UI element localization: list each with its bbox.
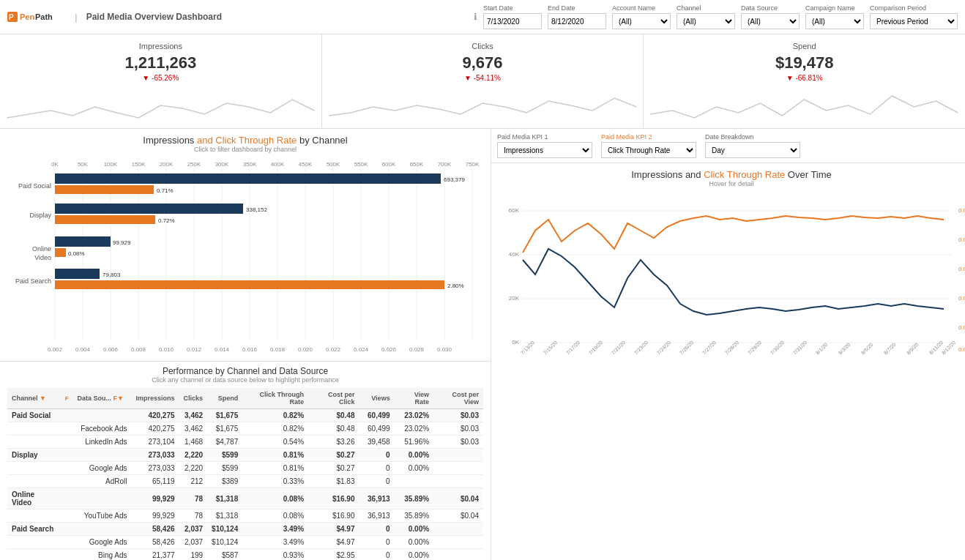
logo: P Pen Path | Paid Media Overview Dashboa… [7,10,222,23]
table-row[interactable]: Facebook Ads420,2753,462$1,6750.82%$0.48… [7,422,483,436]
svg-text:0.010: 0.010 [159,346,174,353]
svg-text:500K: 500K [327,161,340,168]
svg-text:693,379: 693,379 [444,176,465,183]
svg-text:8/5/20: 8/5/20 [860,342,874,356]
table-row[interactable]: Google Ads273,0332,220$5990.81%$0.2700.0… [7,462,483,475]
info-icon[interactable]: ℹ [474,12,477,22]
col-cpv[interactable]: Cost per View [433,388,483,409]
col-clicks[interactable]: Clicks [179,388,208,409]
svg-text:8/3/20: 8/3/20 [838,342,852,356]
kpi-clicks-chart [328,85,638,125]
data-source-filter: Data Source (All) [741,4,800,29]
table-row[interactable]: YouTube Ads99,92978$1,3180.08%$16.9036,9… [7,509,483,523]
svg-text:150K: 150K [132,161,146,168]
channel-select[interactable]: (All) [677,13,735,29]
svg-text:300K: 300K [215,161,229,168]
svg-text:0.008: 0.008 [131,346,146,353]
table-row[interactable]: Bing Ads21,377199$5870.93%$2.9500.00% [7,549,483,561]
svg-text:7/29/20: 7/29/20 [747,340,763,356]
svg-text:Video: Video [34,254,51,261]
svg-text:Display: Display [29,212,51,219]
svg-text:600K: 600K [382,161,396,168]
col-datasource[interactable]: Data Sou... F▼ [73,388,132,409]
bar-chart[interactable]: 0K 50K 100K 150K 200K 250K 300K 350K 400… [7,157,483,355]
table-header-row: Channel ▼ F Data Sou... F▼ Impressions C… [7,388,483,409]
channel-label: Channel [677,4,735,12]
col-views[interactable]: Views [359,388,394,409]
main: Impressions and Click Through Rate by Ch… [0,129,965,560]
kpi2-label: Paid Media KPI 2 [601,133,696,141]
table-row[interactable]: AdRoll65,119212$3890.33%$1.830 [7,475,483,488]
col-filter[interactable]: F [61,388,73,409]
left-panel: Impressions and Click Through Rate by Ch… [0,129,491,560]
svg-text:7/27/20: 7/27/20 [701,340,718,356]
svg-text:50K: 50K [78,161,89,168]
channel-filter: Channel (All) [677,4,735,29]
col-channel[interactable]: Channel ▼ [7,388,61,409]
col-ctr[interactable]: Click Through Rate [242,388,308,409]
svg-text:7/28/20: 7/28/20 [724,340,740,356]
svg-text:0.72%: 0.72% [158,217,175,224]
comparison-period-select[interactable]: Previous Period [870,13,958,29]
logo-divider: | [75,12,78,23]
end-date-label: End Date [548,4,606,12]
kpi1-select[interactable]: Impressions [497,142,592,158]
svg-text:100K: 100K [104,161,118,168]
bar-online-video-impressions[interactable] [55,236,111,247]
col-impressions[interactable]: Impressions [132,388,179,409]
date-breakdown-select[interactable]: Day [705,142,800,158]
svg-text:2.80%: 2.80% [447,283,464,289]
table-row[interactable]: LinkedIn Ads273,1041,468$4,7870.54%$3.26… [7,436,483,449]
svg-text:8/12/20: 8/12/20 [941,340,957,356]
table-row[interactable]: Google Ads58,4262,037$10,1243.49%$4.9700… [7,536,483,549]
svg-text:0.014: 0.014 [215,346,230,353]
table-subtitle: Click any channel or data source below t… [7,376,483,384]
kpi-clicks-title: Clicks [328,42,638,51]
col-spend[interactable]: Spend [207,388,242,409]
svg-text:0.016: 0.016 [242,346,258,353]
bar-paid-social-impressions[interactable] [55,173,441,184]
table-row[interactable]: Online Video99,92978$1,3180.08%$16.9036,… [7,488,483,509]
col-cpc[interactable]: Cost per Click [308,388,359,409]
kpi-selectors: Paid Media KPI 1 Impressions Paid Media … [491,129,965,163]
svg-text:0.004: 0.004 [75,346,91,353]
bar-paid-search-ctr[interactable] [55,280,444,289]
svg-text:7/31/20: 7/31/20 [792,340,808,356]
svg-text:0.71%: 0.71% [157,187,174,194]
end-date-input[interactable] [548,13,606,29]
bar-display-impressions[interactable] [55,204,243,214]
data-source-label: Data Source [741,4,800,12]
start-date-input[interactable] [483,13,542,29]
account-name-select[interactable]: (All) [612,13,671,29]
table-row[interactable]: Display273,0332,220$5990.81%$0.2700.00% [7,449,483,462]
svg-text:8/1/20: 8/1/20 [815,342,829,356]
kpi-impressions-change: -65.26% [6,74,316,82]
svg-text:79,803: 79,803 [103,272,121,278]
bar-paid-search-impressions[interactable] [55,269,100,279]
bar-display-ctr[interactable] [55,215,155,224]
comparison-period-filter: Comparison Period Previous Period [870,4,958,29]
campaign-name-select[interactable]: (All) [805,13,864,29]
kpi-spend-value: $19,478 [649,53,959,72]
bar-paid-social-ctr[interactable] [55,185,154,194]
data-source-select[interactable]: (All) [741,13,800,29]
table-row[interactable]: Paid Social420,2753,462$1,6750.82%$0.486… [7,409,483,422]
kpi-spend-change: -66.81% [649,74,959,82]
col-view-rate[interactable]: View Rate [395,388,433,409]
svg-text:20K: 20K [509,295,520,302]
svg-text:250K: 250K [187,161,201,168]
svg-text:0.006: 0.006 [958,266,965,272]
svg-text:40K: 40K [509,251,520,258]
svg-text:8/9/20: 8/9/20 [906,342,920,356]
svg-text:0.002: 0.002 [958,324,965,331]
line-chart: 60K 40K 20K 0K 0.010 0.008 0.006 0.004 0… [497,190,965,388]
table-row[interactable]: Paid Search58,4262,037$10,1243.49%$4.970… [7,523,483,536]
bar-online-video-ctr[interactable] [55,248,66,257]
svg-text:7/26/20: 7/26/20 [679,340,695,356]
kpi2-select[interactable]: Click Through Rate [601,142,696,158]
svg-text:350K: 350K [243,161,257,168]
svg-text:0.002: 0.002 [48,346,63,353]
bar-chart-title: Impressions and Click Through Rate by Ch… [7,135,483,146]
svg-text:400K: 400K [271,161,285,168]
svg-text:Online: Online [32,245,51,253]
